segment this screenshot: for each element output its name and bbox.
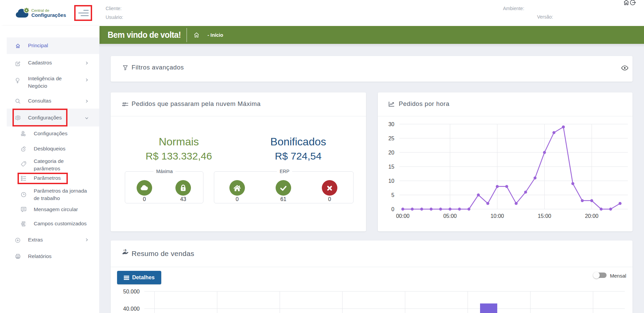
logo-text-line2: Configurações	[31, 12, 66, 18]
sidebar-item-label: Relatórios	[28, 253, 79, 260]
sidebar-item-categoria-de-parametros[interactable]: Categoria de parâmetros	[7, 155, 99, 170]
counter-value: 0	[322, 196, 337, 202]
sales-chart: 50.00040.000	[111, 284, 633, 313]
counter-circle-x	[322, 180, 337, 196]
toggle-knob	[593, 272, 600, 279]
search-icon	[15, 98, 21, 104]
field-label-cliente: Cliente:	[106, 6, 121, 11]
y-axis-tick-label: 5	[391, 192, 394, 198]
home-icon	[233, 184, 242, 192]
data-point	[543, 151, 546, 154]
filters-panel[interactable]: Filtros avançados	[111, 56, 633, 82]
data-point	[571, 182, 575, 185]
printer-icon	[15, 254, 21, 259]
details-button[interactable]: Detalhes	[117, 271, 161, 284]
data-point	[609, 208, 612, 211]
sidebar-item-configuracoes[interactable]: Configurações	[7, 109, 99, 126]
counter-circle-lock	[175, 180, 191, 196]
erp-legend: ERP	[277, 169, 292, 174]
breadcrumb[interactable]: - Início	[207, 32, 223, 38]
data-point	[496, 185, 499, 188]
sidebar-item-parametros-da-jornada[interactable]: Parâmetros da jornada de trabalho	[7, 185, 99, 200]
sidebar-item-label: Parâmetros	[34, 174, 84, 182]
lock-icon	[179, 184, 188, 192]
sidebar-item-label: Inteligência de Negócio	[28, 75, 82, 90]
home-icon-banner[interactable]	[193, 32, 200, 38]
chevron-down-icon	[85, 116, 89, 120]
data-point	[515, 202, 518, 205]
data-point	[524, 191, 527, 194]
sales-summary-title: Resumo de vendas	[132, 250, 194, 258]
data-point	[562, 125, 565, 129]
data-point	[534, 176, 537, 179]
sliders-icon	[122, 102, 128, 107]
sidebar-item-label: Parâmetros da jornada de trabalho	[34, 187, 87, 202]
data-point	[420, 208, 423, 211]
sidebar-item-label: Configurações	[28, 114, 79, 121]
data-point	[468, 208, 471, 211]
sidebar-item-mensagem-circular[interactable]: Mensagem circular	[7, 203, 99, 218]
data-point	[430, 208, 433, 211]
data-point	[401, 208, 404, 211]
field-label-versao: Versão:	[537, 14, 553, 20]
y-axis-tick-label: 20	[388, 150, 394, 155]
cloud-logo-icon	[15, 5, 31, 20]
layers-icon	[21, 221, 26, 227]
sidebar-item-campos-customizados[interactable]: Campos customizados	[7, 218, 99, 232]
edit-icon	[15, 61, 21, 66]
logout-icon[interactable]	[630, 0, 636, 6]
sidebar-item-inteligencia-de-negocio[interactable]: Inteligência de Negócio	[7, 73, 99, 87]
sidebar-item-cadastros[interactable]: Cadastros	[7, 56, 99, 71]
bonificados-value: R$ 724,54	[231, 150, 366, 162]
clock-icon	[21, 192, 26, 197]
normais-label: Normais	[111, 136, 246, 148]
chevron-right-icon	[85, 78, 89, 82]
filters-title: Filtros avançados	[132, 64, 184, 71]
filter-icon	[123, 65, 128, 70]
listsq-icon	[21, 176, 26, 181]
data-point	[553, 131, 556, 134]
gear-icon	[15, 115, 21, 120]
counter-value: 0	[137, 196, 152, 202]
eye-icon[interactable]	[621, 65, 628, 70]
x-axis-tick-label: 20:00	[585, 213, 598, 219]
counter-value: 0	[229, 196, 245, 202]
hamburger-icon	[75, 5, 92, 21]
sidebar-item-principal[interactable]: Principal	[7, 37, 99, 54]
orders-summary-title: Pedidos que passaram pela nuvem Máxima	[132, 100, 261, 108]
plus-icon	[15, 238, 20, 243]
sidebar-item-label: Extras	[28, 236, 79, 244]
sidebar-item-label: Campos customizados	[34, 220, 96, 227]
card-header-divider	[111, 116, 366, 116]
sidebar-item-sub-configuracoes[interactable]: Configurações	[7, 127, 99, 142]
sidebar-item-consultas[interactable]: Consultas	[7, 95, 99, 110]
sidebar-item-relatorios[interactable]: Relatórios	[7, 250, 99, 265]
monthly-toggle[interactable]	[594, 273, 607, 278]
check-icon	[279, 184, 288, 192]
sidebar-item-label: Principal	[28, 42, 79, 49]
sidebar-item-label: Configurações	[34, 130, 84, 137]
welcome-banner: Bem vindo de volta! - Início	[100, 26, 644, 44]
data-point	[477, 194, 480, 197]
normais-value: R$ 133.332,46	[111, 150, 246, 162]
home-icon-topright[interactable]	[623, 0, 629, 6]
x-axis-tick-label: 15:00	[538, 213, 551, 219]
welcome-title: Bem vindo de volta!	[108, 30, 181, 40]
sidebar-item-label: Consultas	[28, 97, 79, 105]
orders-per-hour-card: Pedidos por hora 05101520253000:0005:001…	[378, 92, 633, 231]
y-axis-tick-label: 10	[388, 178, 394, 184]
sidebar-toggle-button[interactable]	[75, 5, 92, 21]
field-label-ambiente: Ambiente:	[503, 6, 524, 11]
home-icon	[15, 43, 21, 49]
line-series	[403, 127, 620, 209]
y-axis-tick-label: 0	[391, 206, 394, 212]
sidebar-item-label: Cadastros	[28, 59, 79, 66]
monthly-toggle-label: Mensal	[610, 273, 626, 279]
data-point	[449, 208, 452, 211]
y-axis-tick-label: 30	[388, 121, 394, 127]
data-point	[505, 185, 508, 188]
data-point	[486, 202, 489, 205]
sidebar-item-extras[interactable]: Extras	[7, 234, 99, 249]
y-axis-tick-label: 50.000	[123, 289, 140, 294]
sidebar: PrincipalCadastrosInteligência de Negóci…	[0, 26, 99, 313]
